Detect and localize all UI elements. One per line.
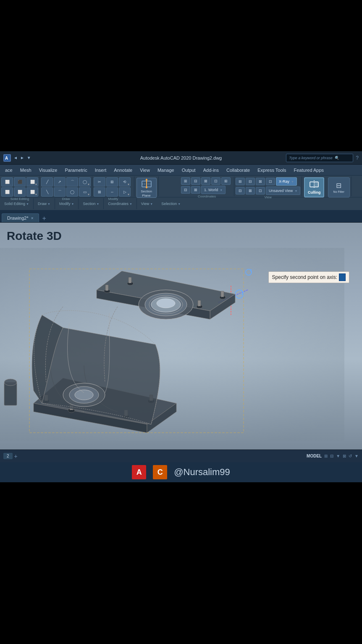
menu-item-view[interactable]: View: [136, 167, 153, 173]
status-bar: 2 + MODEL ⊞ ⊟ ▼ ⊠ ↺ ▼: [0, 449, 362, 462]
menu-item-output[interactable]: Output: [178, 167, 199, 173]
help-icon[interactable]: ?: [356, 155, 359, 161]
draw-dropdown[interactable]: Draw ▼: [35, 201, 53, 207]
drawing2-tab[interactable]: Drawing2* ×: [2, 213, 39, 222]
tooltip-input-field[interactable]: [339, 273, 346, 281]
title-bar-right: Type a keyword or phrase 🔍 ?: [286, 154, 359, 162]
solid-btn-3[interactable]: ⬜▼: [26, 177, 38, 187]
solid-btn-6[interactable]: ⬜▼: [26, 187, 38, 197]
draw-btn-8[interactable]: ▭▼: [79, 187, 91, 197]
tab-close-btn[interactable]: ×: [31, 216, 34, 221]
tab-add-btn[interactable]: +: [39, 215, 50, 222]
view-btn-4[interactable]: ⊡: [266, 178, 275, 185]
menu-item-addins[interactable]: Add-ins: [200, 167, 222, 173]
svg-point-54: [4, 379, 17, 386]
redo-btn[interactable]: ►: [19, 155, 25, 160]
refresh-icon[interactable]: ↺: [349, 454, 352, 458]
view-btn-1[interactable]: ⊞: [236, 178, 245, 185]
menu-item-collaborate[interactable]: Collaborate: [223, 167, 253, 173]
view-label: View: [236, 195, 300, 199]
coordinates-row2: Coordinates ▼: [105, 198, 136, 209]
modify-btn-1[interactable]: ✂: [94, 177, 105, 187]
menu-item-express[interactable]: Express Tools: [254, 167, 289, 173]
view-btn-3[interactable]: ⊠: [256, 178, 265, 185]
coordinates-dropdown[interactable]: Coordinates ▼: [105, 201, 134, 207]
menu-item-featured[interactable]: Featured Apps: [291, 167, 328, 173]
section-group: [159, 176, 180, 196]
culling-button[interactable]: Culling: [304, 177, 324, 197]
modify-btn-3[interactable]: ⟲▼: [119, 177, 131, 187]
coord-btn-5[interactable]: ⊞: [221, 177, 231, 185]
section-plane-icon: [140, 178, 153, 189]
coord-btn-7[interactable]: ⊠: [191, 186, 200, 194]
no-filter-icon: ⊟: [336, 181, 341, 189]
view-btn-6[interactable]: ⊠: [246, 187, 255, 195]
search-box[interactable]: Type a keyword or phrase 🔍: [286, 154, 353, 162]
menu-item-parametric[interactable]: Parametric: [61, 167, 90, 173]
modify-btn-2[interactable]: ⊞: [106, 177, 118, 187]
draw-btn-4[interactable]: ◯▼: [79, 177, 91, 187]
tooltip-box: Specify second point on axis:: [268, 271, 349, 283]
coord-btn-1[interactable]: ⊞: [181, 177, 190, 185]
modify-btn-5[interactable]: ↔: [106, 187, 118, 197]
solid-editing-group: ⬜ ⬛ ⬜▼ ⬜ ⬜ ⬜▼ Solid Editing: [0, 176, 40, 196]
svg-rect-9: [314, 182, 318, 187]
culling-group: Culling: [302, 176, 326, 196]
view-btn-5[interactable]: ⊟: [236, 187, 245, 195]
solid-editing-dropdown[interactable]: Solid Editing ▼: [2, 201, 31, 207]
draw-btn-5[interactable]: ╲: [41, 187, 53, 197]
draw-btn-1[interactable]: ╱: [41, 177, 53, 187]
view-row2: View ▼: [139, 198, 157, 209]
section-dropdown[interactable]: Section ▼: [80, 201, 102, 207]
more-btn[interactable]: ▼: [26, 155, 32, 160]
solid-btn-2[interactable]: ⬛: [14, 177, 26, 187]
solid-btn-5[interactable]: ⬜: [14, 187, 26, 197]
modify-dropdown[interactable]: Modify ▼: [57, 201, 76, 207]
menu-item-ace[interactable]: ace: [2, 167, 16, 173]
more-icon[interactable]: ▼: [354, 454, 359, 458]
modify-btn-4[interactable]: ⊠: [94, 187, 105, 197]
menu-item-insert[interactable]: Insert: [92, 167, 110, 173]
view-tools: ⊞ ⊟ ⊠ ⊡ X-Ray ▼ ⊟ ⊠ ⊡: [236, 177, 300, 195]
status-tab-2[interactable]: 2: [3, 453, 13, 459]
coord-btn-3[interactable]: ⊠: [201, 177, 210, 185]
solid-editing-dropdown-arrow: ▼: [26, 202, 29, 205]
undo-btn[interactable]: ◄: [13, 155, 18, 160]
coord-btn-4[interactable]: ⊡: [211, 177, 220, 185]
view-dropdown[interactable]: View ▼: [139, 201, 155, 207]
model-space-icon[interactable]: ⊠: [343, 454, 346, 458]
autocad-icon: A: [3, 154, 11, 162]
section-plane-button[interactable]: SectionPlane: [136, 178, 157, 198]
dropdown-arrow-icon[interactable]: ▼: [336, 454, 340, 458]
view-btn-7[interactable]: ⊡: [256, 187, 265, 195]
draw-btn-7[interactable]: ◯: [66, 187, 78, 197]
solid-btn-1[interactable]: ⬜: [1, 177, 13, 187]
world-dropdown[interactable]: 1. World ▼: [201, 186, 226, 194]
unsaved-view-dropdown[interactable]: Unsaved View ▼: [266, 187, 300, 195]
drawing-tab-label: Drawing2*: [7, 216, 29, 221]
menu-item-mesh[interactable]: Mesh: [17, 167, 35, 173]
draw-btn-6[interactable]: ⌒: [54, 187, 66, 197]
menu-item-annotate[interactable]: Annotate: [110, 167, 136, 173]
solid-btn-4[interactable]: ⬜: [1, 187, 13, 197]
menu-item-manage[interactable]: Manage: [154, 167, 178, 173]
draw-dropdown-arrow: ▼: [47, 202, 50, 205]
modify-btn-6[interactable]: ▷▼: [119, 187, 131, 197]
coord-btn-2[interactable]: ⊟: [191, 177, 200, 185]
svg-marker-5: [145, 187, 148, 189]
selection-dropdown[interactable]: Selection ▼: [159, 201, 183, 207]
no-filter-group: ⊟ No Filter: [326, 176, 352, 196]
status-add-btn[interactable]: +: [14, 453, 18, 460]
top-black-area: [0, 0, 362, 151]
xray-dropdown[interactable]: X-Ray ▼: [276, 177, 297, 186]
menu-item-visualize[interactable]: Visualize: [36, 167, 61, 173]
draw-tools: ╱ ↗ ⌒ ◯▼ ╲ ⌒ ◯ ▭▼: [41, 177, 91, 197]
grid-icon[interactable]: ⊞: [324, 454, 328, 458]
view-btn-2[interactable]: ⊟: [246, 178, 255, 185]
no-filter-button[interactable]: ⊟ No Filter: [328, 177, 350, 197]
draw-btn-3[interactable]: ⌒: [66, 177, 78, 187]
coord-btn-6[interactable]: ⊟: [181, 186, 190, 194]
model-label: MODEL: [307, 454, 322, 458]
draw-btn-2[interactable]: ↗: [54, 177, 66, 187]
grid2-icon[interactable]: ⊟: [330, 454, 333, 458]
